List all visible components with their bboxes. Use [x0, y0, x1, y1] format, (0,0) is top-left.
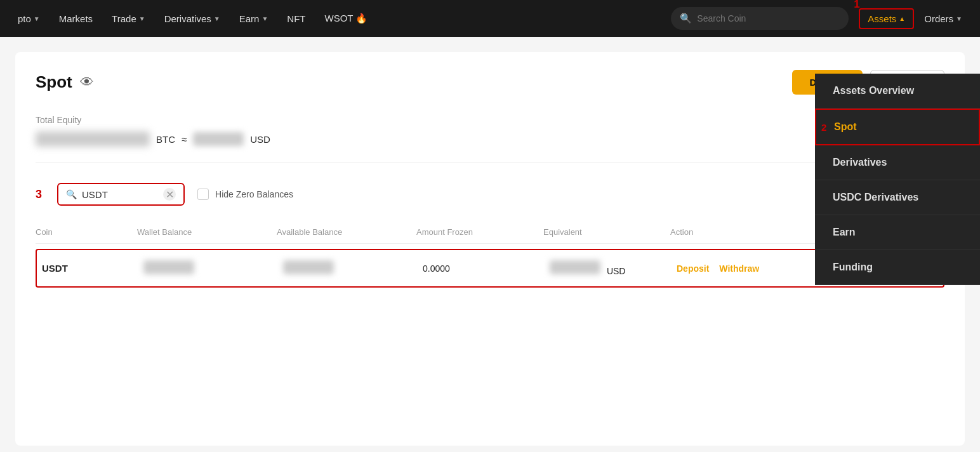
nav-nft[interactable]: NFT [279, 10, 313, 28]
assets-button[interactable]: 1 Assets ▲ [859, 8, 914, 29]
orders-button[interactable]: Orders ▼ [917, 10, 970, 28]
table-row: USDT 0.0000 USD Deposit Withdraw [36, 249, 944, 288]
equity-section: Total Equity BTC ≈ USD Available Balance [36, 115, 944, 163]
equivalent-usd-label: USD [607, 266, 626, 276]
nav-derivatives[interactable]: Derivatives ▼ [157, 10, 228, 28]
equity-usd-blurred [193, 132, 244, 146]
row-deposit-link[interactable]: Deposit [677, 263, 709, 274]
coin-search-filter[interactable]: 🔍 ✕ [57, 183, 185, 206]
spot-title: Spot 👁 [36, 72, 94, 92]
dropdown-earn[interactable]: Earn [815, 215, 980, 250]
eye-icon[interactable]: 👁 [80, 74, 94, 91]
hide-zero-toggle[interactable]: Hide Zero Balances [197, 189, 293, 200]
row-coin: USDT [42, 263, 143, 274]
step2-badge: 2 [821, 122, 826, 133]
chevron-down-icon: ▼ [956, 15, 962, 22]
coin-name: USDT [42, 263, 68, 274]
search-input[interactable] [697, 13, 837, 23]
nav-wsot[interactable]: WSOT 🔥 [317, 9, 376, 28]
nav-markets[interactable]: Markets [51, 10, 100, 28]
asset-table: Coin Wallet Balance Available Balance Am… [36, 221, 944, 288]
dropdown-funding[interactable]: Funding [815, 250, 980, 285]
table-header: Coin Wallet Balance Available Balance Am… [36, 221, 944, 244]
chevron-up-icon: ▲ [899, 15, 905, 22]
top-navigation: pto ▼ Markets Trade ▼ Derivatives ▼ Earn… [0, 0, 980, 37]
dropdown-derivatives[interactable]: Derivatives [815, 145, 980, 180]
page-title: Spot [36, 72, 72, 92]
row-available-balance [283, 260, 423, 276]
chevron-down-icon: ▼ [139, 15, 145, 22]
col-coin: Coin [36, 227, 137, 237]
approx-symbol: ≈ [182, 134, 187, 145]
nav-earn[interactable]: Earn ▼ [232, 10, 276, 28]
col-amount-frozen: Amount Frozen [416, 227, 543, 237]
coin-search-input[interactable] [82, 189, 158, 200]
search-filter-icon: 🔍 [66, 189, 77, 199]
chevron-down-icon: ▼ [34, 15, 40, 22]
filter-section: 3 🔍 ✕ Hide Zero Balances [36, 183, 944, 206]
clear-search-button[interactable]: ✕ [163, 188, 176, 201]
chevron-down-icon: ▼ [262, 15, 268, 22]
total-equity-value: BTC ≈ USD [36, 131, 270, 147]
col-wallet-balance: Wallet Balance [137, 227, 277, 237]
available-balance-blurred [283, 260, 334, 274]
main-area: Spot 👁 Deposit Withdraw Total Equity BTC… [0, 37, 980, 452]
usd-label: USD [250, 134, 270, 145]
row-amount-frozen: 0.0000 [423, 263, 550, 274]
search-icon: 🔍 [680, 13, 692, 24]
nav-trade[interactable]: Trade ▼ [104, 10, 153, 28]
step1-badge: 1 [854, 0, 859, 11]
search-box[interactable]: 🔍 [671, 7, 849, 30]
row-withdraw-link[interactable]: Withdraw [719, 263, 759, 274]
equivalent-blurred [550, 260, 600, 274]
equity-blurred-value [36, 131, 150, 147]
hide-zero-checkbox[interactable] [197, 189, 209, 200]
chevron-down-icon: ▼ [214, 15, 220, 22]
spot-header: Spot 👁 Deposit Withdraw [36, 70, 944, 95]
col-available-balance: Available Balance [277, 227, 416, 237]
fire-icon: 🔥 [355, 13, 368, 23]
nav-items: pto ▼ Markets Trade ▼ Derivatives ▼ Earn… [10, 9, 661, 28]
dropdown-assets-overview[interactable]: Assets Overview [815, 74, 980, 109]
col-equivalent: Equivalent [543, 227, 670, 237]
total-equity-col: Total Equity BTC ≈ USD [36, 115, 270, 147]
nav-crypto[interactable]: pto ▼ [10, 10, 48, 28]
hide-zero-label: Hide Zero Balances [215, 189, 293, 199]
dropdown-usdc-derivatives[interactable]: USDC Derivatives [815, 180, 980, 215]
assets-dropdown: Assets Overview 2 Spot Derivatives USDC … [815, 74, 980, 285]
btc-label: BTC [156, 134, 175, 145]
row-wallet-balance [143, 260, 283, 276]
wallet-balance-blurred [143, 260, 194, 274]
step3-badge: 3 [36, 188, 42, 201]
total-equity-label: Total Equity [36, 115, 270, 125]
nav-right: 1 Assets ▲ Orders ▼ [859, 8, 970, 29]
dropdown-spot[interactable]: 2 Spot [815, 109, 980, 145]
row-equivalent: USD [550, 260, 677, 276]
